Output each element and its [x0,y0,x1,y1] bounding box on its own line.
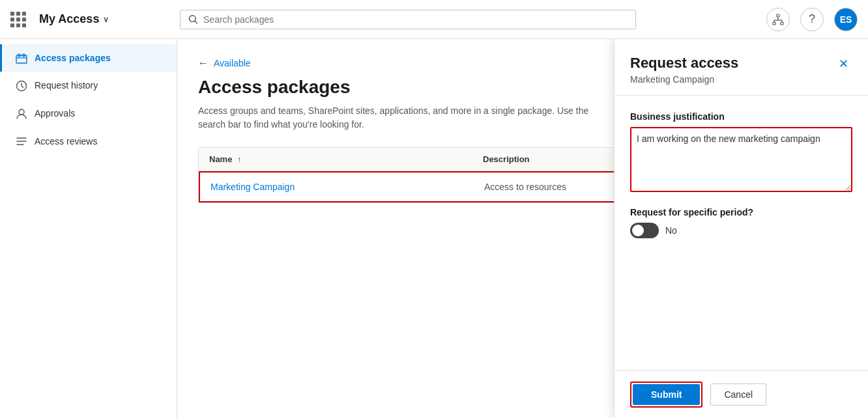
svg-rect-2 [777,14,779,17]
sidebar-item-approvals[interactable]: Approvals [0,100,177,128]
svg-rect-9 [16,55,27,63]
specific-period-toggle[interactable] [630,223,659,238]
panel-footer: Submit Cancel [615,370,868,418]
access-reviews-icon [15,135,28,147]
sidebar-item-request-history[interactable]: Request history [0,72,177,100]
submit-button[interactable]: Submit [633,384,700,405]
panel-header-text: Request access Marketing Campaign [630,55,738,85]
row-name: Marketing Campaign [210,182,484,192]
user-avatar[interactable]: ES [834,8,858,31]
access-packages-icon [15,52,28,64]
network-icon-button[interactable] [766,8,790,31]
toggle-knob [632,225,644,236]
search-input[interactable] [203,14,628,25]
svg-point-13 [19,109,24,115]
search-icon [188,14,198,25]
main-content: ← Available Access packages Access group… [177,39,868,418]
app-chevron-icon: ∨ [103,15,109,24]
app-name[interactable]: My Access ∨ [39,12,109,26]
svg-line-1 [195,21,197,23]
toggle-value-label: No [665,225,677,236]
specific-period-group: Request for specific period? No [630,207,852,238]
close-icon: ✕ [839,57,848,71]
search-box[interactable] [180,10,636,29]
topnav: My Access ∨ ? ES [0,0,868,39]
business-justification-input[interactable] [630,127,852,192]
sidebar-item-label: Access reviews [35,136,97,146]
column-name[interactable]: Name ↑ [209,154,483,164]
sidebar: Access packages Request history Approval… [0,39,177,418]
breadcrumb-arrow-icon: ← [198,57,209,69]
help-icon: ? [809,12,815,26]
request-access-panel: Request access Marketing Campaign ✕ Busi… [614,39,868,418]
panel-title: Request access [630,55,738,72]
sidebar-item-label: Access packages [35,53,111,63]
sidebar-item-access-reviews[interactable]: Access reviews [0,128,177,155]
topnav-right: ? ES [766,8,858,31]
svg-rect-4 [781,22,783,25]
business-justification-group: Business justification [630,111,852,194]
request-history-icon [15,79,28,92]
page-description: Access groups and teams, SharePoint site… [198,104,615,132]
panel-subtitle: Marketing Campaign [630,74,738,85]
submit-button-highlight: Submit [630,382,702,408]
help-icon-button[interactable]: ? [800,8,824,31]
panel-header: Request access Marketing Campaign ✕ [615,39,868,96]
svg-rect-3 [773,22,775,25]
sidebar-item-label: Request history [35,80,98,91]
app-name-label: My Access [39,12,99,26]
specific-period-label: Request for specific period? [630,207,852,217]
layout: Access packages Request history Approval… [0,39,868,418]
panel-close-button[interactable]: ✕ [834,55,852,73]
toggle-group: No [630,223,852,238]
sort-icon: ↑ [237,155,241,164]
cancel-button[interactable]: Cancel [710,383,766,406]
panel-body: Business justification Request for speci… [615,96,868,370]
breadcrumb-label: Available [214,58,251,68]
sidebar-item-access-packages[interactable]: Access packages [0,44,177,72]
approvals-icon [15,107,28,120]
business-justification-label: Business justification [630,111,852,122]
grid-icon[interactable] [10,12,26,27]
sidebar-item-label: Approvals [35,108,75,118]
